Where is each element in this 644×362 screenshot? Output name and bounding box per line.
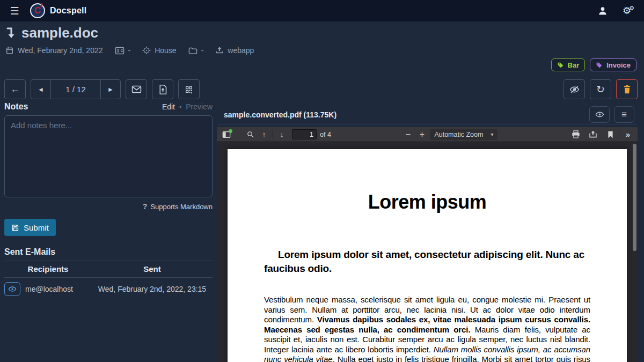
folder-value[interactable]: - <box>201 46 204 55</box>
list-icon: ≡ <box>621 109 627 120</box>
chevron-down-icon: ▾ <box>491 131 493 137</box>
add-files-button[interactable] <box>152 79 173 99</box>
document-header: sample.doc Wed, February 2nd, 2022 - Hou… <box>5 25 254 55</box>
download-icon <box>589 130 597 138</box>
mail-sent-date: Wed, February 2nd, 2022, 23:15 <box>92 278 213 300</box>
calendar-icon <box>5 46 14 55</box>
tag-bar[interactable]: Bar <box>551 58 586 71</box>
concerning-value[interactable]: House <box>155 46 176 55</box>
delete-button[interactable] <box>616 79 638 99</box>
user-icon[interactable] <box>594 3 612 19</box>
tag-label: Bar <box>568 61 580 69</box>
brand-name: Docspell <box>50 6 86 16</box>
prev-attachment-button[interactable]: ◄ <box>31 80 51 99</box>
view-mail-button[interactable] <box>4 282 20 296</box>
table-row: me@localhost Wed, February 2nd, 2022, 23… <box>4 278 213 300</box>
document-meta: Wed, February 2nd, 2022 - House - webapp <box>5 46 254 55</box>
question-icon: ? <box>143 202 148 211</box>
notes-header: Notes Edit • Preview <box>4 102 213 112</box>
tags-row: Bar Invoice <box>551 58 636 71</box>
more-tools-button[interactable]: » <box>621 128 635 141</box>
send-mail-button[interactable] <box>126 79 147 99</box>
column-recipients: Recipients <box>4 261 92 278</box>
pdf-panel-header: sample.converted.pdf (113.75K) ≡ <box>217 105 638 124</box>
preview-toggle-button[interactable] <box>589 106 610 123</box>
pdf-viewer: ↑ ↓ of 4 − + Automatic Zoom ▾ <box>217 127 638 362</box>
settings-gears-icon[interactable]: ⚙⚙ <box>619 3 638 19</box>
notes-textarea[interactable] <box>4 115 213 197</box>
download-arrow-icon <box>5 27 17 40</box>
qr-code-icon <box>185 85 193 94</box>
pdf-toolbar: ↑ ↓ of 4 − + Automatic Zoom ▾ <box>217 127 638 142</box>
document-title: Lorem ipsum <box>264 191 590 213</box>
correspondent-value[interactable]: - <box>128 46 131 55</box>
sent-emails-heading: Sent E-Mails <box>4 247 213 261</box>
crosshairs-icon <box>142 46 151 55</box>
next-attachment-button[interactable]: ► <box>100 80 120 99</box>
submit-label: Submit <box>24 223 49 232</box>
notes-link-separator: • <box>179 104 181 111</box>
back-button[interactable]: ← <box>4 79 26 99</box>
top-navbar: ☰ C Docspell ⚙⚙ <box>0 0 644 21</box>
eye-slash-icon <box>569 85 580 94</box>
notes-heading: Notes <box>4 102 28 112</box>
bookmark-icon <box>608 131 613 138</box>
page-number-input[interactable] <box>292 129 317 139</box>
folder-icon <box>188 47 197 55</box>
tag-label: Invoice <box>606 61 631 69</box>
left-sidebar: Notes Edit • Preview ? Supports Markdown… <box>4 102 213 299</box>
notes-preview-link[interactable]: Preview <box>186 102 213 111</box>
print-button[interactable] <box>569 128 583 141</box>
page-title: sample.doc <box>21 25 98 41</box>
page-count-label: of 4 <box>320 131 331 138</box>
attachment-page-indicator: 1 / 12 <box>51 80 100 99</box>
trash-icon <box>623 85 631 94</box>
mail-recipients: me@localhost <box>25 285 73 293</box>
column-sent: Sent <box>92 261 213 278</box>
pdf-scrollbar-thumb[interactable] <box>633 144 636 251</box>
bookmark-button[interactable] <box>603 128 617 141</box>
qr-code-button[interactable] <box>178 79 200 99</box>
zoom-select-value: Automatic Zoom <box>434 131 483 138</box>
brand[interactable]: C Docspell <box>30 3 86 18</box>
tag-icon <box>557 62 564 69</box>
source-value: webapp <box>228 46 254 55</box>
item-date[interactable]: Wed, February 2nd, 2022 <box>18 46 103 55</box>
reprocess-button[interactable]: ↻ <box>590 79 611 99</box>
eye-icon <box>595 111 604 118</box>
zoom-out-button[interactable]: − <box>401 128 415 141</box>
page-title-row: sample.doc <box>5 25 254 41</box>
save-icon <box>11 224 19 232</box>
back-arrow-icon: ← <box>10 84 20 95</box>
tag-invoice[interactable]: Invoice <box>590 58 636 71</box>
action-toolbar: ← ◄ 1 / 12 ► ↻ <box>4 79 638 99</box>
find-previous-button[interactable]: ↑ <box>257 128 271 141</box>
search-button[interactable] <box>243 128 257 141</box>
menu-icon[interactable]: ☰ <box>6 3 23 19</box>
search-icon <box>246 130 254 138</box>
notes-edit-link[interactable]: Edit <box>162 102 175 111</box>
zoom-select[interactable]: Automatic Zoom ▾ <box>430 129 497 140</box>
unconfirm-button[interactable] <box>564 79 585 99</box>
address-card-icon <box>115 47 125 55</box>
zoom-in-button[interactable]: + <box>415 128 429 141</box>
envelope-icon <box>131 85 142 93</box>
markdown-hint-text[interactable]: Supports Markdown <box>150 203 213 211</box>
file-upload-icon <box>159 85 167 94</box>
markdown-hint: ? Supports Markdown <box>4 202 213 211</box>
docspell-logo-icon: C <box>30 3 45 18</box>
sidebar-badge-dot <box>229 129 232 133</box>
submit-notes-button[interactable]: Submit <box>4 219 56 236</box>
pdf-content-area[interactable]: Lorem ipsum Lorem ipsum dolor sit amet, … <box>217 143 638 362</box>
save-document-button[interactable] <box>586 128 600 141</box>
sent-emails-table: Recipients Sent me@localhost Wed, Februa… <box>4 261 213 299</box>
tag-icon <box>596 62 603 69</box>
upload-icon <box>215 46 224 55</box>
pdf-file-label: sample.converted.pdf (113.75K) <box>224 110 336 119</box>
find-next-button[interactable]: ↓ <box>275 128 289 141</box>
printer-icon <box>572 130 580 138</box>
attachment-menu-button[interactable]: ≡ <box>614 106 634 123</box>
pdf-panel: sample.converted.pdf (113.75K) ≡ ↑ ↓ of <box>217 105 638 362</box>
attachment-pager: ◄ 1 / 12 ► <box>31 79 121 99</box>
sidebar-toggle-button[interactable] <box>219 128 233 141</box>
